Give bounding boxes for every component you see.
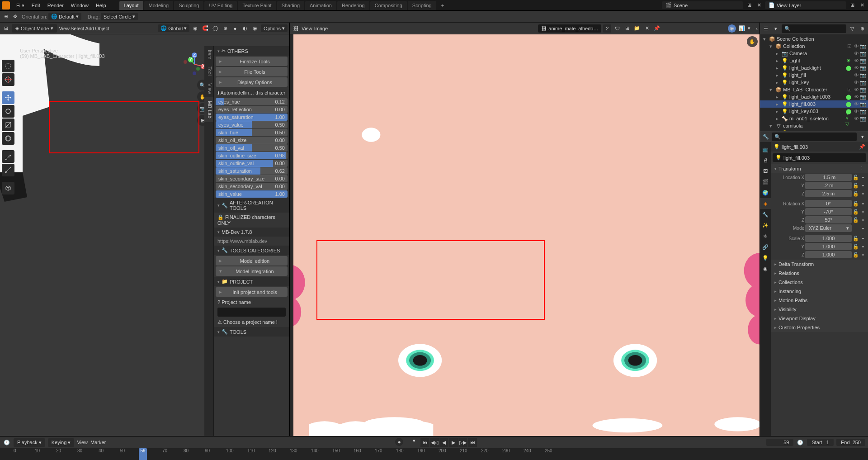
transform-header[interactable]: Transform ⋮ [771,164,868,173]
tab-physics[interactable]: ⚛ [760,231,771,242]
section-motion-paths[interactable]: Motion Paths [771,296,868,305]
expand-icon[interactable]: ▸ [776,116,780,122]
expand-icon[interactable]: ▸ [776,101,780,107]
render-icon[interactable]: 📷 [860,94,866,100]
display-options-button[interactable]: ▸Display Options [216,77,288,87]
slider-skin-saturation[interactable]: skin_saturation0.62 [216,167,288,175]
visibility-icon[interactable]: 👁 [853,50,859,57]
workspace-tab-layout[interactable]: Layout [119,1,143,10]
visibility-icon[interactable]: 👁 [853,101,859,107]
new-scene-button[interactable]: ⊞ [745,1,753,9]
visibility-icon[interactable]: 👁 [853,72,859,78]
lock-icon[interactable]: 🔓 [853,252,859,258]
menu-file[interactable]: File [13,1,28,9]
visibility-icon[interactable]: 👁 [853,86,859,93]
expand-icon[interactable]: ▸ [776,58,780,64]
rotation-mode-dropdown[interactable]: XYZ Euler ▾ [805,224,852,232]
shading-wire-icon[interactable]: ⊕ [221,24,229,33]
slider-eyes-hue[interactable]: eyes_hue0.12 [216,98,288,105]
end-frame-input[interactable]: End 250 [836,439,865,446]
drag-dropdown[interactable]: Select Circle ▾ [101,13,138,20]
rotation-x-input[interactable]: 0° [805,200,852,207]
visibility-icon[interactable]: 👁 [853,108,859,114]
tab-scene[interactable]: 🎬 [760,176,771,187]
tab-output[interactable]: 🖨 [760,155,771,166]
workspace-tab-compositing[interactable]: Compositing [370,1,407,10]
image-selector[interactable]: 🖼 anime_male_albedo… [538,24,601,33]
tree-item-collection[interactable]: ▾📦Collection☑👁📷 [760,43,868,50]
auto-keyframe-icon[interactable]: ● [395,438,403,446]
checkbox-icon[interactable]: ☑ [846,43,853,49]
editor-type-icon[interactable]: 🕐 [3,438,11,446]
render-icon[interactable]: 📷 [860,72,866,78]
3d-viewport[interactable]: User Perspective (59) MB_LAB_Character |… [0,34,289,436]
move-gizmo-icon[interactable]: ✥ [11,13,19,21]
finalize-tools-button[interactable]: ▸Finalize Tools [216,57,288,66]
tab-view[interactable]: View [204,80,213,98]
keyframe-icon[interactable]: • [860,244,866,249]
keying-menu[interactable]: Keying ▾ [48,438,75,447]
workspace-tab-scripting[interactable]: Scripting [408,1,436,10]
expand-icon[interactable]: ▾ [763,36,768,42]
current-frame-input[interactable]: 59 [766,439,793,446]
expand-icon[interactable]: ▾ [769,87,774,93]
options-icon[interactable]: ▾ [859,133,867,141]
display-channels-icon[interactable]: ◉ [728,24,736,33]
expand-icon[interactable]: ▸ [776,72,780,78]
panel-tools-cat-header[interactable]: 🔧 TOOLS CATEGORIES [214,246,289,255]
visibility-icon[interactable]: 👁 [853,43,859,49]
panel-mbdev-header[interactable]: MB-Dev 1.7.8 [214,228,289,237]
vp-menu-add[interactable]: Add [85,26,94,31]
cursor-tool[interactable] [2,73,14,86]
tree-item-camisola[interactable]: ▾▽camisola [760,122,868,129]
keyframe-icon[interactable]: • [860,226,866,231]
workspace-tab-modeling[interactable]: Modeling [144,1,174,10]
expand-icon[interactable]: ▸ [776,109,780,114]
slider-skin-outline-size[interactable]: skin_outline_size0.98 [216,152,288,159]
render-icon[interactable]: 📷 [860,79,866,85]
section-visibility[interactable]: Visibility [771,305,868,314]
options-dropdown[interactable]: Options ▾ [261,24,288,32]
render-icon[interactable]: 📷 [860,57,866,64]
workspace-tab-uv-editing[interactable]: UV Editing [204,1,237,10]
tab-tool[interactable]: Tool [204,63,213,79]
proportional-icon[interactable]: ◯ [211,24,219,33]
fake-user-icon[interactable]: 🛡 [613,24,621,33]
chevron-left-icon[interactable]: ‹ [756,26,758,31]
tab-viewlayer[interactable]: 🖼 [760,166,771,176]
slider-eyes-reflection[interactable]: eyes_reflection0.00 [216,106,288,113]
timeline-ruler[interactable]: 59 0102030405070809010011012013014015016… [0,448,868,460]
tab-particles[interactable]: ✨ [760,220,771,231]
visibility-icon[interactable]: 👁 [853,57,859,64]
jump-start-button[interactable]: ⏮ [420,438,429,447]
lock-icon[interactable]: 🔓 [853,183,859,189]
editor-type-icon[interactable]: ⊞ [2,24,10,33]
object-name-field[interactable]: 💡 light_fill.003 [773,153,866,162]
expand-icon[interactable]: ▸ [776,80,780,85]
playback-menu[interactable]: Playback ▾ [14,438,45,447]
menu-render[interactable]: Render [44,1,67,9]
visibility-icon[interactable]: 👁 [853,94,859,100]
scene-selector[interactable]: 🎬 Scene [662,1,743,9]
menu-image[interactable]: Image [314,26,328,31]
filter-icon[interactable]: ▽ [848,24,856,33]
location-y-input[interactable]: -2 m [805,182,852,189]
cursor-tool-icon[interactable]: ⊕ [2,13,10,21]
view-menu[interactable]: View [77,440,88,445]
tree-item-light_backlight[interactable]: ▸💡light_backlight⬤👁📷 [760,64,868,71]
editor-type-icon[interactable]: 🖼 [292,24,300,33]
lock-icon[interactable]: 🔓 [853,201,859,207]
keyframe-icon[interactable]: • [860,236,866,241]
add-cube-tool[interactable] [2,182,14,194]
menu-edit[interactable]: Edit [28,1,44,9]
render-icon[interactable]: 📷 [860,43,866,49]
tree-item-light_fill[interactable]: ▸💡light_fill👁📷 [760,71,868,79]
transform-tool[interactable] [2,132,14,145]
keyframe-icon[interactable]: • [860,209,866,214]
lock-icon[interactable]: 🔓 [853,209,859,215]
render-icon[interactable]: 📷 [860,108,866,114]
tab-item[interactable]: Item [204,46,213,63]
annotate-tool[interactable] [2,150,14,163]
image-canvas[interactable]: ✋ [290,34,760,436]
vp-menu-view[interactable]: View [59,26,70,31]
